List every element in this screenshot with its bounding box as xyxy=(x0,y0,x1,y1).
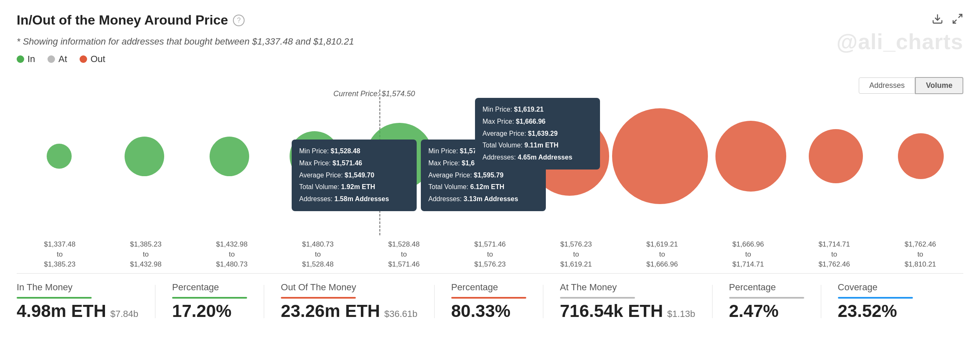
out-pct-bar xyxy=(451,297,526,299)
x-label-5: $1,528.48to$1,571.46 xyxy=(361,239,447,269)
bubbles-row xyxy=(17,102,963,210)
x-label-11: $1,762.46to$1,810.21 xyxy=(877,239,963,269)
stats-row: In The Money 4.98m ETH $7.84b Percentage… xyxy=(17,282,963,321)
divider-3 xyxy=(434,285,435,318)
legend-dot-out xyxy=(80,55,87,63)
divider-5 xyxy=(712,285,712,318)
subtitle: * Showing information for addresses that… xyxy=(17,36,963,47)
bubble-10 xyxy=(809,129,863,183)
bubble-9 xyxy=(715,121,786,192)
coverage-label: Coverage xyxy=(838,282,913,293)
legend-dot-at xyxy=(48,55,55,63)
stat-at-pct: Percentage 2.47% xyxy=(729,282,821,321)
x-label-4: $1,480.73to$1,528.48 xyxy=(275,239,361,269)
in-pct-value: 17.20% xyxy=(172,301,247,321)
in-money-label: In The Money xyxy=(17,282,138,293)
out-money-label: Out Of The Money xyxy=(281,282,418,293)
in-pct-label: Percentage xyxy=(172,282,247,293)
x-label-1: $1,337.48to$1,385.23 xyxy=(17,239,103,269)
svg-line-2 xyxy=(953,20,957,23)
divider-6 xyxy=(821,285,821,318)
out-money-value: 23.26m ETH $36.61b xyxy=(281,301,418,321)
stats-divider xyxy=(17,273,963,274)
toggle-volume[interactable]: Volume xyxy=(915,77,963,94)
out-money-bar xyxy=(281,297,356,299)
stat-out-of-money: Out Of The Money 23.26m ETH $36.61b xyxy=(281,282,434,321)
x-label-9: $1,666.96to$1,714.71 xyxy=(705,239,791,269)
bubble-col-8 xyxy=(612,108,708,204)
at-pct-label: Percentage xyxy=(729,282,804,293)
divider-1 xyxy=(155,285,155,318)
legend-item-in: In xyxy=(17,54,35,65)
legend-item-out: Out xyxy=(80,54,105,65)
x-label-6: $1,571.46to$1,576.23 xyxy=(447,239,533,269)
legend-label-at: At xyxy=(58,54,67,65)
bubble-7 xyxy=(530,117,609,196)
divider-2 xyxy=(264,285,264,318)
bubble-col-6 xyxy=(442,140,527,173)
stat-in-the-money: In The Money 4.98m ETH $7.84b xyxy=(17,282,155,321)
at-money-bar xyxy=(560,297,635,299)
in-money-value: 4.98m ETH $7.84b xyxy=(17,301,138,321)
toggle-row: Addresses Volume xyxy=(859,77,963,94)
x-label-8: $1,619.21to$1,666.96 xyxy=(619,239,705,269)
stat-at-the-money: At The Money 716.54k ETH $1.13b xyxy=(560,282,712,321)
bubble-col-9 xyxy=(708,121,793,192)
download-button[interactable] xyxy=(932,13,943,27)
bubble-col-4 xyxy=(272,131,357,181)
page-title: In/Out of the Money Around Price xyxy=(17,12,228,28)
bubble-3 xyxy=(210,137,249,176)
bubble-5 xyxy=(366,123,433,189)
bubble-4 xyxy=(290,131,340,181)
legend: In At Out xyxy=(17,54,963,65)
out-pct-label: Percentage xyxy=(451,282,526,293)
in-pct-bar xyxy=(172,297,247,299)
bubble-1 xyxy=(47,144,72,169)
toggle-addresses[interactable]: Addresses xyxy=(859,77,915,94)
chart-area: Addresses Volume Current Price: $1,574.5… xyxy=(17,77,963,235)
expand-button[interactable] xyxy=(952,13,963,27)
bubble-col-10 xyxy=(793,129,878,183)
bubble-col-1 xyxy=(17,144,102,169)
coverage-value: 23.52% xyxy=(838,301,913,321)
divider-4 xyxy=(543,285,543,318)
bubble-col-5 xyxy=(357,123,442,189)
legend-item-at: At xyxy=(48,54,67,65)
bubble-col-11 xyxy=(878,133,963,179)
help-icon[interactable]: ? xyxy=(233,15,245,26)
watermark: @ali_charts xyxy=(836,29,963,54)
stat-in-pct: Percentage 17.20% xyxy=(172,282,264,321)
x-axis-labels: $1,337.48to$1,385.23 $1,385.23to$1,432.9… xyxy=(17,239,963,269)
legend-dot-in xyxy=(17,55,24,63)
bubble-6 xyxy=(468,140,501,173)
at-pct-bar xyxy=(729,297,804,299)
x-label-10: $1,714.71to$1,762.46 xyxy=(791,239,878,269)
out-pct-value: 80.33% xyxy=(451,301,526,321)
at-money-label: At The Money xyxy=(560,282,695,293)
bubble-col-2 xyxy=(102,137,187,176)
at-money-value: 716.54k ETH $1.13b xyxy=(560,301,695,321)
at-pct-value: 2.47% xyxy=(729,301,804,321)
bubble-8 xyxy=(612,108,708,204)
legend-label-out: Out xyxy=(90,54,105,65)
bubble-col-3 xyxy=(187,137,272,176)
current-price-label: Current Price: $1,574.50 xyxy=(333,90,415,98)
x-label-2: $1,385.23to$1,432.98 xyxy=(103,239,189,269)
legend-label-in: In xyxy=(28,54,35,65)
bubble-11 xyxy=(898,133,944,179)
bubble-col-7 xyxy=(527,117,612,196)
x-label-7: $1,576.23to$1,619.21 xyxy=(533,239,619,269)
bubble-2 xyxy=(125,137,164,176)
svg-line-1 xyxy=(958,15,962,18)
stat-out-pct: Percentage 80.33% xyxy=(451,282,543,321)
in-money-bar xyxy=(17,297,92,299)
x-label-3: $1,432.98to$1,480.73 xyxy=(189,239,275,269)
stat-coverage: Coverage 23.52% xyxy=(838,282,930,321)
coverage-bar xyxy=(838,297,913,299)
